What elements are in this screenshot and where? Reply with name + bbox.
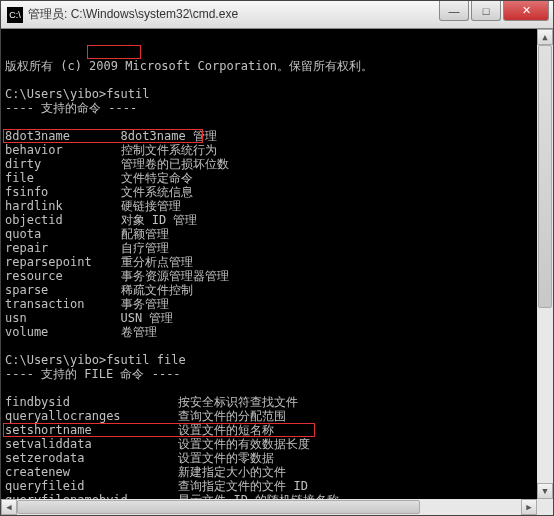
- console-line: dirty 管理卷的已损坏位数: [5, 157, 549, 171]
- scroll-up-icon[interactable]: ▲: [537, 29, 553, 45]
- console-line: [5, 339, 549, 353]
- console-line: repair 自疗管理: [5, 241, 549, 255]
- console-line: queryallocranges 查询文件的分配范围: [5, 409, 549, 423]
- scroll-right-icon[interactable]: ▶: [521, 499, 537, 515]
- scroll-corner: [537, 499, 553, 515]
- console-line: volume 卷管理: [5, 325, 549, 339]
- console-line: [5, 115, 549, 129]
- console-line: reparsepoint 重分析点管理: [5, 255, 549, 269]
- console-line: C:\Users\yibo>fsutil file: [5, 353, 549, 367]
- vertical-scrollbar[interactable]: ▲ ▼: [537, 29, 553, 499]
- console-line: fsinfo 文件系统信息: [5, 185, 549, 199]
- console-line: file 文件特定命令: [5, 171, 549, 185]
- cmd-icon: C:\: [7, 7, 23, 23]
- console-line: 版权所有 (c) 2009 Microsoft Corporation。保留所有…: [5, 59, 549, 73]
- console-line: hardlink 硬链接管理: [5, 199, 549, 213]
- console-line: createnew 新建指定大小的文件: [5, 465, 549, 479]
- scroll-left-icon[interactable]: ◀: [1, 499, 17, 515]
- console-line: 8dot3name 8dot3name 管理: [5, 129, 549, 143]
- console-line: [5, 381, 549, 395]
- scroll-thumb[interactable]: [538, 45, 552, 308]
- window: C:\ 管理员: C:\Windows\system32\cmd.exe — □…: [0, 0, 554, 516]
- console-line: ---- 支持的 FILE 命令 ----: [5, 367, 549, 381]
- window-title: 管理员: C:\Windows\system32\cmd.exe: [28, 6, 439, 23]
- console-line: ---- 支持的命令 ----: [5, 101, 549, 115]
- close-button[interactable]: ✕: [503, 1, 549, 21]
- scroll-thumb-h[interactable]: [17, 500, 420, 514]
- console-line: queryfileid 查询指定文件的文件 ID: [5, 479, 549, 493]
- console-line: quota 配额管理: [5, 227, 549, 241]
- scroll-track-h[interactable]: [17, 499, 521, 515]
- console-line: setshortname 设置文件的短名称: [5, 423, 549, 437]
- console-line: setvaliddata 设置文件的有效数据长度: [5, 437, 549, 451]
- titlebar[interactable]: C:\ 管理员: C:\Windows\system32\cmd.exe — □…: [1, 1, 553, 29]
- console-line: resource 事务资源管理器管理: [5, 269, 549, 283]
- console-line: objectid 对象 ID 管理: [5, 213, 549, 227]
- console-line: C:\Users\yibo>fsutil: [5, 87, 549, 101]
- console-line: setzerodata 设置文件的零数据: [5, 451, 549, 465]
- highlight-box: [87, 45, 141, 59]
- maximize-button[interactable]: □: [471, 1, 501, 21]
- minimize-button[interactable]: —: [439, 1, 469, 21]
- scroll-track[interactable]: [537, 45, 553, 483]
- horizontal-scrollbar[interactable]: ◀ ▶: [1, 499, 537, 515]
- console-line: sparse 稀疏文件控制: [5, 283, 549, 297]
- window-buttons: — □ ✕: [439, 1, 553, 21]
- console-line: behavior 控制文件系统行为: [5, 143, 549, 157]
- scroll-down-icon[interactable]: ▼: [537, 483, 553, 499]
- console-line: [5, 73, 549, 87]
- console-line: findbysid 按安全标识符查找文件: [5, 395, 549, 409]
- console-line: usn USN 管理: [5, 311, 549, 325]
- console-output[interactable]: 版权所有 (c) 2009 Microsoft Corporation。保留所有…: [1, 29, 553, 515]
- console-line: transaction 事务管理: [5, 297, 549, 311]
